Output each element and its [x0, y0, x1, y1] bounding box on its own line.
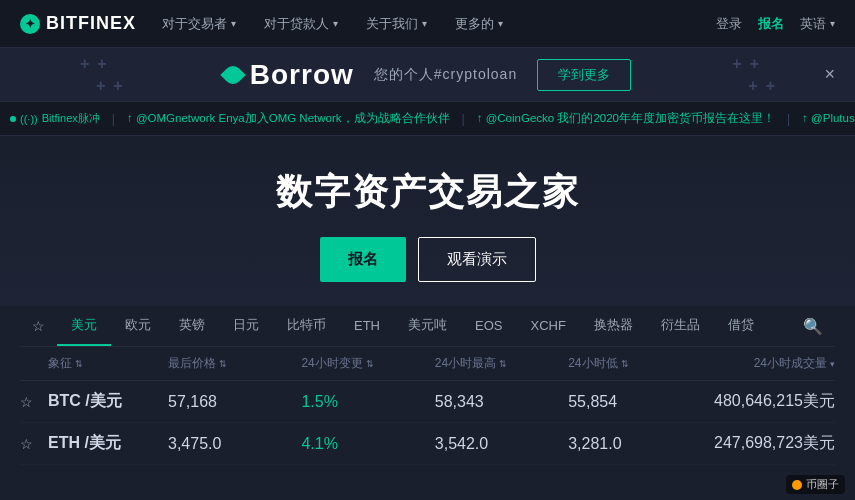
col-volume-label: 24小时成交量 — [754, 355, 827, 372]
banner-close-button[interactable]: × — [824, 64, 835, 85]
sort-icon: ⇅ — [499, 359, 507, 369]
nav-traders[interactable]: 对于交易者 ▾ — [160, 11, 238, 37]
logo-text: BITFINEX — [46, 13, 136, 34]
volume-eth: 247,698,723美元 — [702, 433, 835, 454]
sort-icon: ⇅ — [219, 359, 227, 369]
login-link[interactable]: 登录 — [716, 15, 742, 33]
nav-more-label: 更多的 — [455, 15, 494, 33]
col-symbol-label: 象征 — [48, 355, 72, 372]
favorites-tab[interactable]: ☆ — [20, 308, 57, 344]
market-section: ☆ 美元 欧元 英镑 日元 比特币 ETH 美元吨 EOS XCHF 换热器 衍… — [0, 306, 855, 465]
ticker-item-3: ↑ @Plutus PLIP | Pluton流动 — [802, 111, 855, 126]
nav-more[interactable]: 更多的 ▾ — [453, 11, 505, 37]
high-eth: 3,542.0 — [435, 435, 568, 453]
chevron-down-icon: ▾ — [830, 18, 835, 29]
change-eth: 4.1% — [301, 435, 434, 453]
table-row[interactable]: ☆ BTC /美元 57,168 1.5% 58,343 55,854 480,… — [20, 381, 835, 423]
market-tabs: ☆ 美元 欧元 英镑 日元 比特币 ETH 美元吨 EOS XCHF 换热器 衍… — [20, 306, 835, 347]
borrow-subtitle: 您的个人#cryptoloan — [374, 66, 517, 84]
col-star — [20, 355, 48, 372]
tab-jpy[interactable]: 日元 — [219, 306, 273, 346]
borrow-logo: Borrow — [224, 59, 354, 91]
banner-decoration-left: + + + + — [80, 55, 123, 95]
tab-lending[interactable]: 借贷 — [714, 306, 768, 346]
pulse-indicator: ((·)) Bitfinex脉冲 — [10, 111, 100, 126]
col-volume[interactable]: 24小时成交量 ▾ — [702, 355, 835, 372]
ticker-handle-1: ↑ — [127, 112, 133, 124]
col-change-label: 24小时变更 — [301, 355, 362, 372]
logo-icon: ✦ — [20, 14, 40, 34]
watermark-dot — [792, 480, 802, 490]
tab-btc[interactable]: 比特币 — [273, 306, 340, 346]
low-btc: 55,854 — [568, 393, 701, 411]
col-symbol[interactable]: 象征 ⇅ — [48, 355, 168, 372]
banner-decoration-right: + + + + — [732, 55, 775, 95]
change-btc: 1.5% — [301, 393, 434, 411]
price-btc: 57,168 — [168, 393, 301, 411]
tab-xchf[interactable]: XCHF — [516, 308, 579, 345]
chevron-down-icon: ▾ — [333, 18, 338, 29]
watermark-logo: 币圈子 — [786, 475, 845, 494]
ticker-handle-3: ↑ — [802, 112, 808, 124]
col-low[interactable]: 24小时低 ⇅ — [568, 355, 701, 372]
market-search-button[interactable]: 🔍 — [791, 307, 835, 346]
ticker-text-2: @CoinGecko 我们的2020年年度加密货币报告在这里！ — [486, 112, 775, 124]
hero-title: 数字资产交易之家 — [276, 168, 580, 217]
plus-icon: + — [80, 55, 89, 73]
chevron-down-icon: ▾ — [231, 18, 236, 29]
ticker-handle-2: ↑ — [477, 112, 483, 124]
col-change[interactable]: 24小时变更 ⇅ — [301, 355, 434, 372]
borrow-cta-button[interactable]: 学到更多 — [537, 59, 631, 91]
tab-eth[interactable]: ETH — [340, 308, 394, 345]
hero-buttons: 报名 观看演示 — [320, 237, 536, 282]
favorite-star-eth[interactable]: ☆ — [20, 436, 48, 452]
signup-button[interactable]: 报名 — [320, 237, 406, 282]
sort-down-icon: ▾ — [830, 359, 835, 369]
tab-eos[interactable]: EOS — [461, 308, 516, 345]
ticker-divider: | — [112, 112, 115, 126]
pair-name-eth: ETH /美元 — [48, 433, 168, 454]
volume-btc: 480,646,215美元 — [702, 391, 835, 412]
plus-icon: + — [96, 77, 105, 95]
pulse-label: ((·)) — [20, 113, 38, 125]
plus-icon: + — [732, 55, 741, 73]
tab-derivatives[interactable]: 衍生品 — [647, 306, 714, 346]
ticker-text-1: @OMGnetwork Enya加入OMG Network，成为战略合作伙伴 — [136, 112, 450, 124]
col-high-label: 24小时最高 — [435, 355, 496, 372]
pulse-text: Bitfinex脉冲 — [42, 111, 100, 126]
tab-usd[interactable]: 美元 — [57, 306, 111, 346]
ticker-divider: | — [462, 112, 465, 126]
table-row[interactable]: ☆ ETH /美元 3,475.0 4.1% 3,542.0 3,281.0 2… — [20, 423, 835, 465]
plus-icon: + — [97, 55, 106, 73]
ticker-item-2: ↑ @CoinGecko 我们的2020年年度加密货币报告在这里！ — [477, 111, 775, 126]
tab-exchange[interactable]: 换热器 — [580, 306, 647, 346]
ticker-divider: | — [787, 112, 790, 126]
borrow-banner: + + + + Borrow 您的个人#cryptoloan 学到更多 + + … — [0, 48, 855, 102]
borrow-leaf-icon — [220, 62, 245, 87]
sort-icon: ⇅ — [366, 359, 374, 369]
nav-lenders-label: 对于贷款人 — [264, 15, 329, 33]
chevron-down-icon: ▾ — [422, 18, 427, 29]
sort-icon: ⇅ — [75, 359, 83, 369]
signup-link[interactable]: 报名 — [758, 15, 784, 33]
col-high[interactable]: 24小时最高 ⇅ — [435, 355, 568, 372]
logo[interactable]: ✦ BITFINEX — [20, 13, 136, 34]
ticker-item-1: ↑ @OMGnetwork Enya加入OMG Network，成为战略合作伙伴 — [127, 111, 450, 126]
hero-section: 数字资产交易之家 报名 观看演示 — [0, 136, 855, 306]
high-btc: 58,343 — [435, 393, 568, 411]
nav-lenders[interactable]: 对于贷款人 ▾ — [262, 11, 340, 37]
language-selector[interactable]: 英语 ▾ — [800, 15, 835, 33]
favorite-star-btc[interactable]: ☆ — [20, 394, 48, 410]
tab-gbp[interactable]: 英镑 — [165, 306, 219, 346]
header-left: ✦ BITFINEX 对于交易者 ▾ 对于贷款人 ▾ 关于我们 ▾ 更多的 ▾ — [20, 11, 505, 37]
nav-about[interactable]: 关于我们 ▾ — [364, 11, 429, 37]
sort-icon: ⇅ — [621, 359, 629, 369]
main-header: ✦ BITFINEX 对于交易者 ▾ 对于贷款人 ▾ 关于我们 ▾ 更多的 ▾ … — [0, 0, 855, 48]
col-price[interactable]: 最后价格 ⇅ — [168, 355, 301, 372]
tab-eur[interactable]: 欧元 — [111, 306, 165, 346]
demo-button[interactable]: 观看演示 — [418, 237, 536, 282]
language-label: 英语 — [800, 15, 826, 33]
price-eth: 3,475.0 — [168, 435, 301, 453]
tab-usdt[interactable]: 美元吨 — [394, 306, 461, 346]
plus-icon: + — [748, 77, 757, 95]
